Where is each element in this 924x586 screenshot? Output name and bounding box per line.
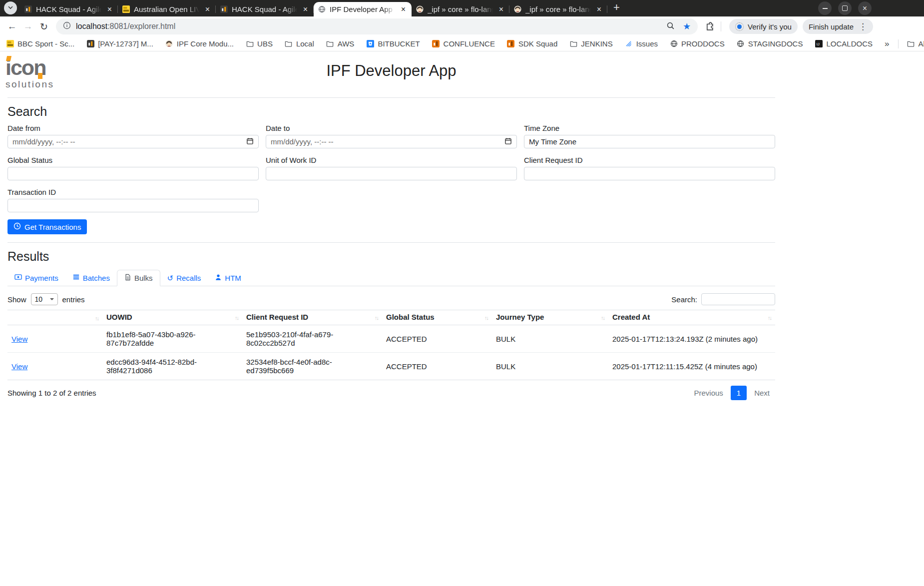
bookmark-folder-local[interactable]: Local — [285, 39, 314, 48]
extensions-puzzle-icon[interactable] — [702, 18, 718, 34]
atlassian-orange-icon — [432, 40, 440, 48]
bookmark-sdk-squad[interactable]: SDK Squad — [507, 39, 557, 48]
date-to-input[interactable]: mm/dd/yyyy, --:-- -- — [266, 135, 517, 148]
feather-icon — [625, 40, 633, 48]
tab-batches[interactable]: Batches — [65, 270, 117, 286]
header-uowid[interactable]: UOWID↑↓ — [102, 310, 242, 325]
tab-close-icon[interactable]: × — [497, 5, 505, 14]
tab-search-button[interactable] — [4, 1, 17, 14]
tab-bulks[interactable]: Bulks — [117, 270, 160, 286]
header-client-request-id[interactable]: Client Request ID↑↓ — [242, 310, 382, 325]
get-transactions-button[interactable]: Get Transactions — [7, 219, 87, 234]
tab-close-icon[interactable]: × — [399, 5, 408, 14]
bookmark-folder-jenkins[interactable]: JENKINS — [569, 39, 612, 48]
unit-of-work-id-input[interactable] — [266, 167, 517, 180]
tab-close-icon[interactable]: × — [105, 5, 114, 14]
all-bookmarks-button[interactable]: All Bookmarks — [907, 39, 924, 48]
sort-icon[interactable]: ↑↓ — [768, 315, 771, 321]
pagination-next[interactable]: Next — [749, 386, 775, 400]
header-journey-type[interactable]: Journey Type↑↓ — [492, 310, 608, 325]
logo-subtitle: solutions — [5, 79, 54, 89]
header-created-at[interactable]: Created At↑↓ — [608, 310, 775, 325]
folder-icon — [285, 40, 293, 48]
page-title: IPF Developer App — [7, 62, 775, 80]
header-label: Created At — [612, 313, 650, 321]
bookmark-bitbucket[interactable]: BITBUCKET — [366, 39, 420, 48]
header-label: UOWID — [106, 313, 132, 321]
reload-button[interactable]: ↻ — [36, 18, 52, 34]
finish-update-button[interactable]: Finish update ⋮ — [803, 19, 873, 34]
sort-icon[interactable]: ↑↓ — [375, 315, 378, 321]
bookmark-proddocs[interactable]: PRODDOCS — [670, 39, 725, 48]
date-from-label: Date from — [7, 124, 259, 132]
date-to-placeholder: mm/dd/yyyy, --:-- -- — [271, 137, 504, 146]
time-zone-input[interactable] — [524, 135, 775, 148]
page-size-select[interactable]: 10 — [31, 293, 58, 305]
transaction-id-input[interactable] — [7, 199, 259, 212]
sort-icon[interactable]: ↑↓ — [235, 315, 238, 321]
globe-icon — [670, 40, 678, 48]
field-time-zone: Time Zone — [524, 124, 775, 148]
sort-icon[interactable]: ↑↓ — [95, 315, 98, 321]
folder-icon — [907, 40, 915, 48]
header-actions[interactable]: ↑↓ — [7, 310, 102, 325]
close-button[interactable]: × — [858, 1, 872, 15]
global-status-label: Global Status — [7, 156, 259, 164]
tab-title: HACK Squad - Agile Boar — [232, 5, 297, 13]
menu-kebab-icon[interactable]: ⋮ — [859, 21, 867, 32]
browser-tab-hack-squad-1[interactable]: HACK Squad - Agile Boar × — [20, 2, 118, 16]
field-global-status: Global Status — [7, 156, 259, 180]
header-global-status[interactable]: Global Status↑↓ — [382, 310, 492, 325]
date-from-input[interactable]: mm/dd/yyyy, --:-- -- — [7, 135, 259, 148]
view-link[interactable]: View — [11, 362, 27, 371]
address-bar[interactable]: localhost:8081/explorer.html ★ — [56, 18, 698, 34]
bookmark-localdocs[interactable]: IJ LOCALDOCS — [815, 39, 873, 48]
url-text[interactable]: localhost:8081/explorer.html — [76, 22, 666, 31]
undo-icon: ↺ — [167, 274, 174, 282]
tab-close-icon[interactable]: × — [203, 5, 212, 14]
browser-tab-hack-squad-2[interactable]: HACK Squad - Agile Boar × — [216, 2, 314, 16]
bookmark-stagingdocs[interactable]: STAGINGDOCS — [737, 39, 803, 48]
tab-payments[interactable]: Payments — [7, 270, 65, 286]
tab-strip: HACK Squad - Agile Boar × Australian Ope… — [0, 0, 924, 16]
sort-icon[interactable]: ↑↓ — [601, 315, 604, 321]
back-button[interactable]: ← — [4, 18, 20, 34]
folder-icon — [246, 40, 254, 48]
minimize-button[interactable] — [818, 1, 832, 15]
forward-button[interactable]: → — [20, 18, 36, 34]
client-request-id-input[interactable] — [524, 167, 775, 180]
bookmark-folder-aws[interactable]: AWS — [326, 39, 355, 48]
bookmark-star-icon[interactable]: ★ — [683, 21, 691, 32]
bookmark-issues[interactable]: Issues — [625, 39, 658, 48]
tab-close-icon[interactable]: × — [595, 5, 603, 14]
global-status-input[interactable] — [7, 167, 259, 180]
browser-tab-ipf-developer-app[interactable]: IPF Developer App × — [314, 2, 412, 16]
zoom-icon[interactable] — [666, 21, 675, 32]
new-tab-button[interactable]: + — [607, 1, 626, 16]
jira-icon — [220, 5, 228, 13]
restore-button[interactable] — [838, 1, 852, 15]
pagination-page-1[interactable]: 1 — [731, 386, 747, 400]
bookmark-pay-12737[interactable]: [PAY-12737] M... — [86, 39, 153, 48]
info-icon[interactable] — [63, 21, 71, 31]
bookmarks-overflow-chevron[interactable]: » — [885, 39, 889, 49]
bookmark-ipf-core-module[interactable]: IPF Core Modu... — [165, 39, 234, 48]
tab-htm[interactable]: HTM — [208, 270, 248, 286]
cell-journey-type: BULK — [492, 353, 608, 380]
browser-tab-jenkins-2[interactable]: _ipf » core » flo-lang Bran × — [509, 2, 607, 16]
bookmark-folder-ubs[interactable]: UBS — [246, 39, 273, 48]
tab-close-icon[interactable]: × — [301, 5, 310, 14]
calendar-icon[interactable] — [246, 137, 254, 146]
bookmark-bbc-sport[interactable]: BBC Sport - Sc... — [6, 39, 74, 48]
sort-icon[interactable]: ↑↓ — [484, 315, 488, 321]
view-link[interactable]: View — [11, 335, 27, 343]
table-search-input[interactable] — [701, 293, 775, 305]
bookmark-confluence[interactable]: CONFLUENCE — [432, 39, 495, 48]
calendar-icon[interactable] — [504, 137, 512, 146]
pagination-previous[interactable]: Previous — [688, 386, 728, 400]
verify-its-you-button[interactable]: Verify it's you — [729, 19, 798, 34]
tab-recalls[interactable]: ↺ Recalls — [160, 270, 208, 286]
bookmarks-right: » All Bookmarks — [885, 39, 924, 49]
browser-tab-jenkins-1[interactable]: _ipf » core » flo-lang Bran × — [412, 2, 509, 16]
browser-tab-australian-open[interactable]: Australian Open LIVE: GB × — [118, 2, 216, 16]
